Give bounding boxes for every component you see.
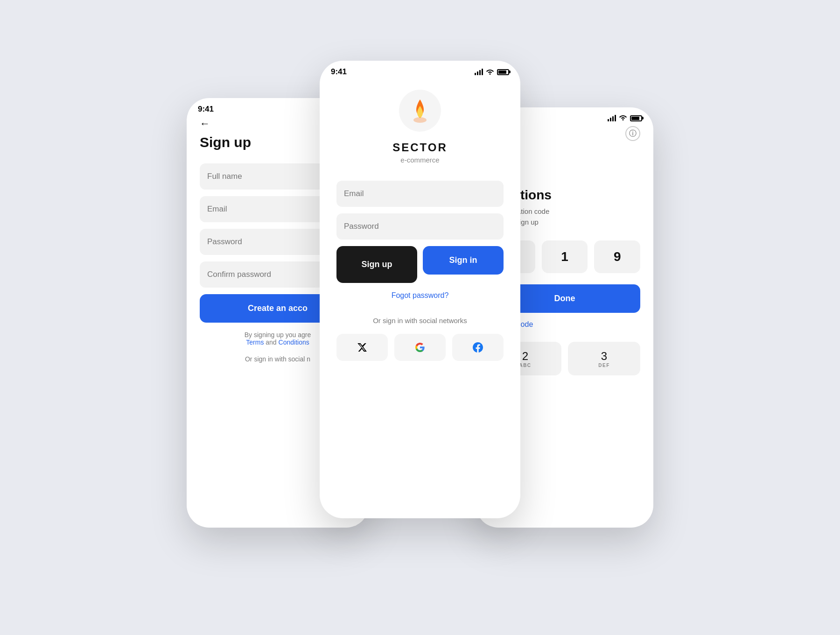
logo-circle — [399, 90, 441, 132]
google-button[interactable] — [394, 334, 446, 361]
password-input-center[interactable] — [336, 213, 504, 240]
twitter-button[interactable] — [336, 334, 388, 361]
keypad-letters-3: DEF — [598, 363, 610, 368]
and-text: and — [266, 339, 276, 346]
battery-icon — [497, 69, 509, 75]
social-buttons — [336, 334, 504, 361]
keypad-letters-2: ABC — [519, 363, 531, 368]
svg-point-0 — [413, 117, 427, 123]
brand-name: SECTOR — [336, 141, 504, 154]
terms-link[interactable]: Terms — [246, 339, 264, 346]
flame-icon — [409, 98, 431, 124]
email-input-center[interactable] — [336, 181, 504, 207]
keypad-num-2: 2 — [522, 350, 528, 363]
wifi-icon — [486, 68, 494, 76]
keypad-3[interactable]: 3 DEF — [568, 342, 640, 375]
phone-center-content: SECTOR e-commerce Sign up Sign in Fogot … — [320, 80, 520, 361]
signal-icon — [475, 69, 483, 75]
facebook-button[interactable] — [452, 334, 504, 361]
phones-container: 9:41 ← Sign up Create an acco By signing… — [187, 61, 653, 574]
otp-digit-3[interactable]: 9 — [594, 240, 640, 273]
time-center: 9:41 — [331, 67, 347, 77]
keypad-num-3: 3 — [601, 350, 607, 363]
battery-icon-right — [630, 115, 642, 121]
otp-digit-2[interactable]: 1 — [542, 240, 588, 273]
signal-icon-right — [608, 115, 616, 121]
forgot-password-link[interactable]: Fogot password? — [336, 291, 504, 300]
phone-center: 9:41 — [320, 61, 520, 518]
signup-button-center[interactable]: Sign up — [336, 246, 417, 283]
or-social-divider: Or sign in with social networks — [336, 317, 504, 325]
center-action-btns: Sign up Sign in — [336, 246, 504, 283]
notch-left — [245, 98, 310, 111]
brand-sub: e-commerce — [336, 156, 504, 164]
notch-center — [387, 61, 453, 74]
time-left: 9:41 — [198, 105, 214, 114]
status-icons-center — [475, 68, 509, 76]
wifi-icon-right — [619, 114, 627, 122]
info-button[interactable]: ⓘ — [625, 126, 640, 141]
signin-button-center[interactable]: Sign in — [423, 246, 504, 275]
conditions-link[interactable]: Conditions — [279, 339, 309, 346]
